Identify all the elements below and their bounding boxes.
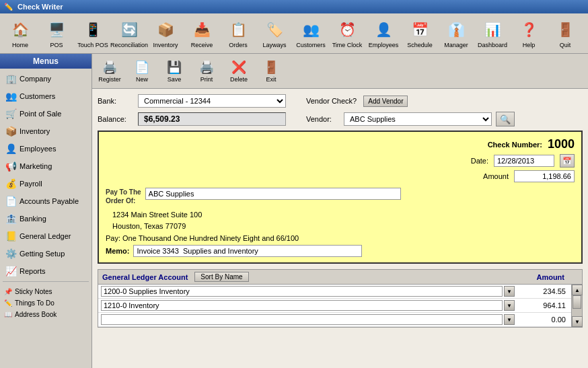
form-content: Bank: Commercial - 12344 Vendor Check? A… (92, 89, 588, 368)
sidebar-item-company[interactable]: 🏢 Company (0, 70, 91, 87)
toolbar-schedule[interactable]: 📅 Schedule (402, 15, 437, 52)
sidebar-item-inventory[interactable]: 📦 Inventory (0, 122, 91, 140)
toolbar-orders[interactable]: 📋 Orders (221, 15, 256, 52)
sidebar-item-employees[interactable]: 👤 Employees (0, 140, 91, 157)
memo-label: Memo: (106, 247, 129, 255)
subtoolbar-register[interactable]: 🖨️ Register (95, 56, 124, 87)
toolbar-receive[interactable]: 📥 Receive (184, 15, 219, 52)
vendor-check-label: Vendor Check? (306, 97, 357, 105)
address-book-label: Address Book (15, 311, 57, 318)
touch-pos-icon: 📱 (82, 19, 104, 40)
bank-select[interactable]: Commercial - 12344 (138, 94, 286, 108)
things-to-do-label: Things To Do (15, 299, 54, 307)
check-date-row: Date: 📅 (106, 154, 575, 168)
sidebar-item-point-of-sale[interactable]: 🛒 Point of Sale (0, 105, 91, 122)
vendor-select[interactable]: ABC Supplies (344, 112, 492, 126)
toolbar-reconciliation[interactable]: 🔄 Reconciliation (112, 15, 147, 52)
toolbar-home-label: Home (12, 42, 28, 48)
toolbar-time-clock[interactable]: ⏰ Time Clock (330, 15, 365, 52)
sidebar-item-banking[interactable]: 🏦 Banking (0, 210, 91, 227)
help-icon: ❓ (518, 19, 540, 40)
scroll-up-button[interactable]: ▲ (572, 285, 583, 295)
toolbar-help[interactable]: ❓ Help (511, 15, 546, 52)
calendar-button[interactable]: 📅 (560, 154, 575, 168)
title-bar: ✏️ Check Writer (0, 0, 588, 13)
toolbar-touch-pos-label: Touch POS (77, 42, 108, 48)
sidebar-item-setup-label: Getting Setup (20, 250, 65, 258)
inventory-sidebar-icon: 📦 (5, 126, 17, 137)
toolbar-pos[interactable]: 🖥️ POS (39, 15, 74, 52)
toolbar-customers[interactable]: 👥 Customers (293, 15, 328, 52)
toolbar-touch-pos[interactable]: 📱 Touch POS (75, 15, 110, 52)
toolbar-dashboard-label: Dashboard (478, 42, 507, 48)
sidebar-item-accounts-payable[interactable]: 📄 Accounts Payable (0, 192, 91, 210)
sidebar-things-to-do[interactable]: ✏️ Things To Do (3, 297, 89, 309)
toolbar-dashboard[interactable]: 📊 Dashboard (475, 15, 510, 52)
gl-sidebar-icon: 📒 (5, 231, 17, 242)
dashboard-icon: 📊 (482, 19, 503, 40)
toolbar-time-clock-label: Time Clock (332, 42, 363, 48)
date-input[interactable] (494, 155, 554, 167)
gl-dropdown-3[interactable]: ▼ (504, 314, 515, 325)
sidebar-item-general-ledger[interactable]: 📒 General Ledger (0, 227, 91, 245)
check-number-row: Check Number: 1000 (106, 137, 575, 151)
sidebar-item-employees-label: Employees (20, 145, 56, 153)
gl-account-header: General Ledger Account (102, 273, 188, 281)
toolbar-employees-label: Employees (369, 42, 399, 48)
toolbar-layways[interactable]: 🏷️ Layways (257, 15, 292, 52)
toolbar-quit-label: Quit (560, 42, 571, 48)
customers-icon: 👥 (300, 19, 322, 40)
sidebar-item-customers[interactable]: 👥 Customers (0, 87, 91, 105)
sidebar-item-payroll[interactable]: 💰 Payroll (0, 175, 91, 192)
amount-input[interactable] (514, 170, 575, 182)
sidebar-item-inventory-label: Inventory (20, 127, 50, 135)
toolbar-home[interactable]: 🏠 Home (3, 15, 38, 52)
bank-label: Bank: (98, 97, 131, 105)
toolbar-quit[interactable]: 🚪 Quit (548, 15, 583, 52)
sidebar-sticky-notes[interactable]: 📌 Sticky Notes (3, 286, 89, 297)
content-area: 🖨️ Register 📄 New 💾 Save 🖨️ Print ❌ Dele… (92, 54, 588, 368)
subtoolbar-save[interactable]: 💾 Save (159, 56, 189, 87)
toolbar-manager[interactable]: 👔 Manager (439, 15, 474, 52)
table-scrollbar[interactable]: ▲ ▼ (571, 285, 582, 327)
banking-sidebar-icon: 🏦 (5, 213, 17, 224)
gl-sort-button[interactable]: Sort By Name (194, 272, 248, 282)
gl-account-input-2[interactable] (101, 300, 503, 311)
toolbar-inventory[interactable]: 📦 Inventory (148, 15, 183, 52)
subtoolbar-print[interactable]: 🖨️ Print (192, 56, 221, 87)
gl-amount-2: 964.11 (515, 301, 568, 309)
memo-input[interactable] (133, 245, 362, 257)
balance-label: Balance: (98, 115, 131, 123)
gl-account-input-3[interactable] (101, 314, 503, 325)
scroll-thumb[interactable] (573, 295, 581, 309)
sidebar-address-book[interactable]: 📖 Address Book (3, 309, 89, 320)
memo-row: Memo: (106, 245, 575, 257)
toolbar-manager-label: Manager (444, 42, 468, 48)
subtoolbar-save-label: Save (168, 76, 182, 83)
scroll-down-button[interactable]: ▼ (572, 316, 583, 327)
gl-dropdown-2[interactable]: ▼ (504, 300, 515, 311)
schedule-icon: 📅 (409, 19, 431, 40)
subtoolbar-exit[interactable]: 🚪 Exit (256, 56, 286, 87)
toolbar-employees[interactable]: 👤 Employees (366, 15, 401, 52)
subtoolbar-register-label: Register (98, 76, 121, 83)
sidebar-item-reports[interactable]: 📈 Reports (0, 262, 91, 280)
subtoolbar-delete-label: Delete (230, 76, 248, 83)
gl-account-input-1[interactable] (101, 286, 503, 297)
sidebar-item-marketing[interactable]: 📢 Marketing (0, 157, 91, 175)
sidebar-item-getting-setup[interactable]: ⚙️ Getting Setup (0, 245, 91, 262)
vendor-search-button[interactable]: 🔍 (496, 112, 515, 126)
table-row: ▼ 0.00 (98, 313, 582, 327)
subtoolbar-delete[interactable]: ❌ Delete (224, 56, 254, 87)
gl-dropdown-1[interactable]: ▼ (504, 286, 515, 297)
subtoolbar-new[interactable]: 📄 New (127, 56, 157, 87)
scroll-track (572, 295, 582, 316)
add-vendor-button[interactable]: Add Vendor (363, 96, 408, 107)
home-icon: 🏠 (9, 19, 31, 40)
pay-to-input[interactable] (145, 188, 401, 200)
title-bar-icon: ✏️ (4, 3, 13, 11)
vendor-label: Vendor: (306, 115, 340, 123)
sub-toolbar: 🖨️ Register 📄 New 💾 Save 🖨️ Print ❌ Dele… (92, 54, 588, 89)
sidebar-item-pos-label: Point of Sale (20, 110, 61, 118)
sidebar-item-company-label: Company (20, 75, 51, 83)
